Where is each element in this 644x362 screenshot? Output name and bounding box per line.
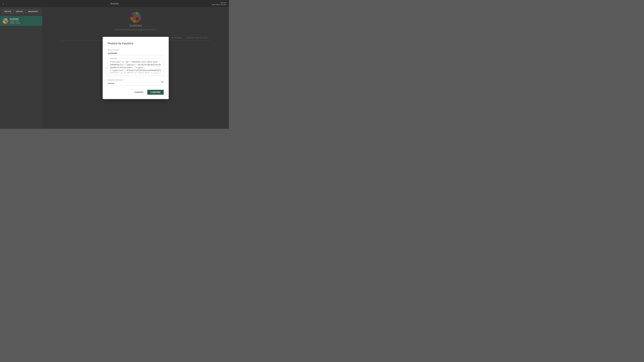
topbar-sync: Synced Best Block: 81,047 (212, 2, 226, 6)
svg-rect-6 (4, 20, 5, 21)
topbar-left: ⌂ ‹ (2, 2, 6, 5)
svg-rect-7 (5, 20, 7, 21)
back-icon[interactable]: ‹ (6, 2, 7, 5)
tab-buttons: CREATE IMPORT MNEMONIC (0, 10, 42, 16)
svg-rect-2 (4, 18, 5, 20)
topbar-title: Account (110, 2, 118, 5)
modal-overlay: Restore by Keystore Account Name Keystor… (42, 7, 229, 129)
keystore-input[interactable] (110, 60, 162, 73)
wallet-list-item[interactable]: testWallet 0.000 / VET 0.000 / VTHO (0, 16, 42, 26)
account-name-field-group: Account Name (108, 49, 164, 55)
svg-rect-13 (2, 22, 4, 24)
svg-rect-4 (7, 18, 8, 20)
home-icon[interactable]: ⌂ (2, 2, 4, 5)
password-field-group: Keystore Password (108, 79, 164, 86)
svg-rect-16 (7, 22, 8, 24)
svg-rect-11 (5, 21, 7, 22)
keystore-label: Keystore (110, 58, 118, 59)
wallet-name: testWallet (10, 18, 20, 20)
svg-rect-8 (7, 20, 8, 21)
svg-rect-14 (4, 22, 5, 24)
account-name-input[interactable] (108, 52, 164, 55)
svg-rect-15 (5, 22, 7, 24)
svg-rect-10 (4, 21, 5, 22)
wallet-balance-vet: 0.000 / VET (10, 20, 20, 22)
account-name-label: Account Name (108, 49, 164, 51)
content-area: testWallet 0xd210124fd018ba2f6c3b10ed9ca… (42, 7, 229, 129)
keystore-password-label: Keystore Password (108, 79, 164, 81)
avatar (2, 18, 8, 24)
eye-icon[interactable] (161, 80, 164, 84)
keystore-field-group: Keystore (108, 58, 164, 76)
svg-rect-1 (2, 18, 4, 20)
main-layout: CREATE IMPORT MNEMONIC (0, 7, 229, 129)
wallet-balance-vtho: 0.000 / VTHO (10, 22, 20, 24)
mnemonic-button[interactable]: MNEMONIC (26, 10, 40, 13)
svg-rect-5 (2, 20, 4, 21)
modal-title: Restore by Keystore (108, 42, 164, 45)
topbar: ⌂ ‹ Account Synced Best Block: 81,047 (0, 0, 229, 7)
import-button[interactable]: IMPORT (14, 10, 25, 13)
create-button[interactable]: CREATE (2, 10, 13, 13)
keystore-password-input[interactable] (108, 82, 164, 86)
sidebar: CREATE IMPORT MNEMONIC (0, 7, 42, 129)
wallet-info: testWallet 0.000 / VET 0.000 / VTHO (10, 18, 20, 24)
keystore-border: Keystore (108, 58, 164, 76)
confirm-button[interactable]: CONFIRM (147, 90, 164, 95)
dialog-buttons: CANCEL CONFIRM (108, 90, 164, 95)
svg-point-34 (162, 82, 163, 82)
svg-rect-3 (5, 18, 7, 20)
modal-dialog: Restore by Keystore Account Name Keystor… (103, 37, 169, 99)
svg-rect-9 (2, 21, 4, 22)
cancel-button[interactable]: CANCEL (132, 90, 146, 95)
svg-rect-12 (7, 21, 8, 22)
